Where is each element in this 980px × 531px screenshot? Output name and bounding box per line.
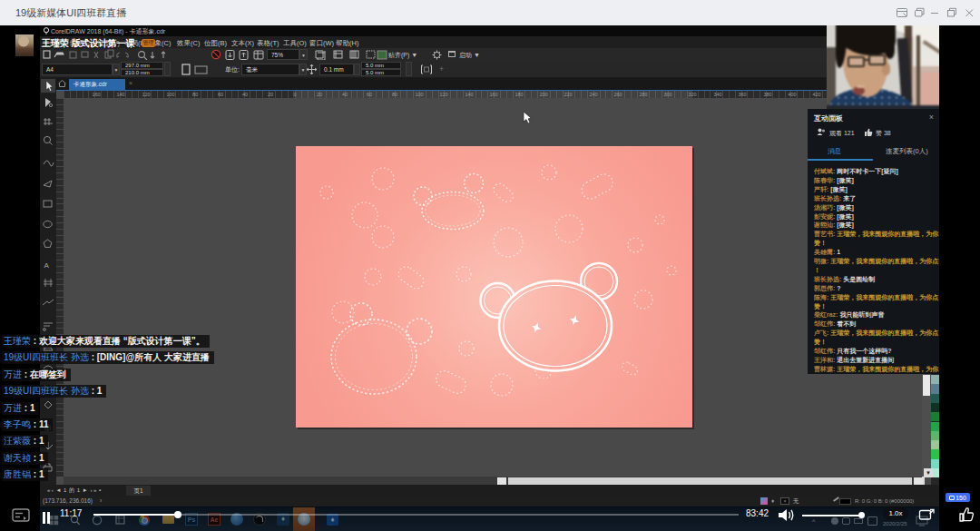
svg-text:A: A	[44, 261, 50, 270]
